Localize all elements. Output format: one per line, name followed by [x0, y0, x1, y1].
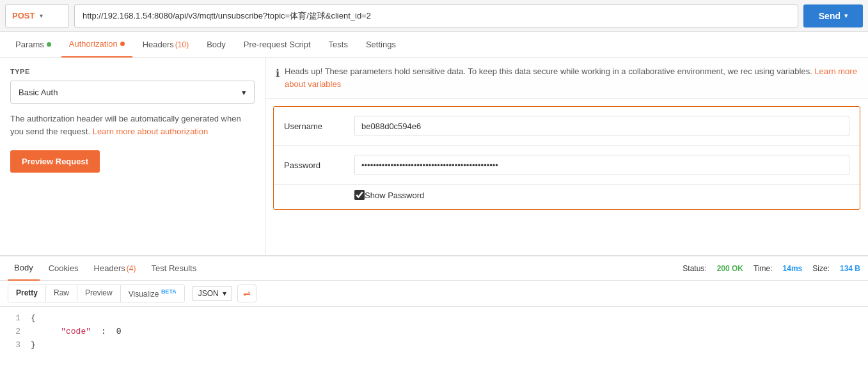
line-2-key: "code" — [61, 325, 91, 339]
auth-type-value: Basic Auth — [19, 88, 58, 97]
username-input[interactable] — [354, 116, 849, 136]
format-tabs: Pretty Raw Preview Visualize BETA — [8, 285, 185, 302]
line-num-3: 3 — [8, 339, 20, 352]
response-tab-test-results[interactable]: Test Results — [145, 256, 203, 281]
username-row: Username — [274, 107, 860, 146]
format-tab-pretty[interactable]: Pretty — [8, 285, 46, 302]
response-headers-label: Headers — [94, 263, 125, 273]
tab-params[interactable]: Params — [8, 32, 59, 58]
response-tab-headers[interactable]: Headers (4) — [88, 256, 143, 281]
send-button[interactable]: Send ▾ — [803, 4, 863, 27]
tab-settings-label: Settings — [366, 40, 396, 49]
format-visualize-label: Visualize — [129, 290, 159, 299]
code-line-2: 2 "code": 0 — [8, 325, 860, 339]
time-value: 14ms — [783, 264, 803, 273]
send-label: Send — [819, 11, 840, 21]
format-preview-label: Preview — [85, 288, 113, 297]
right-panel: ℹ Heads up! These parameters hold sensit… — [265, 58, 868, 255]
tab-authorization[interactable]: Authorization — [61, 32, 132, 58]
tab-headers[interactable]: Headers (10) — [135, 32, 196, 58]
response-headers-badge: (4) — [127, 264, 136, 273]
wrap-icon-button[interactable]: ⇌ — [237, 285, 256, 302]
password-label: Password — [284, 160, 354, 170]
show-password-row: Show Password — [274, 185, 860, 209]
line-1-content: { — [31, 312, 36, 325]
format-raw-label: Raw — [54, 288, 69, 297]
type-label: TYPE — [10, 68, 255, 75]
size-label: Size: — [812, 264, 830, 273]
username-label: Username — [284, 121, 354, 131]
method-chevron-icon: ▾ — [40, 12, 43, 19]
tab-tests[interactable]: Tests — [321, 32, 356, 58]
auth-type-chevron-icon: ▾ — [242, 88, 246, 97]
learn-more-link[interactable]: Learn more about authorization — [93, 127, 209, 136]
send-chevron-icon: ▾ — [844, 12, 848, 19]
format-tab-preview[interactable]: Preview — [77, 285, 121, 302]
response-format-selector[interactable]: JSON ▾ — [193, 286, 232, 301]
line-2-colon: : — [101, 325, 106, 339]
tab-tests-label: Tests — [329, 40, 348, 49]
status-label: Status: — [683, 264, 706, 273]
size-value: 134 B — [840, 264, 860, 273]
password-input[interactable] — [354, 155, 849, 175]
format-tab-raw[interactable]: Raw — [46, 285, 77, 302]
tab-authorization-label: Authorization — [69, 39, 118, 49]
tab-body[interactable]: Body — [199, 32, 233, 58]
top-bar: POST ▾ Send ▾ — [0, 0, 868, 32]
method-selector[interactable]: POST ▾ — [5, 4, 69, 27]
info-banner: ℹ Heads up! These parameters hold sensit… — [265, 58, 868, 98]
response-tab-cookies[interactable]: Cookies — [42, 256, 85, 281]
show-password-label[interactable]: Show Password — [365, 191, 424, 200]
left-panel: TYPE Basic Auth ▾ The authorization head… — [0, 58, 265, 255]
auth-form: Username Password Show Password — [273, 106, 860, 210]
tab-settings[interactable]: Settings — [358, 32, 404, 58]
line-num-1: 1 — [8, 312, 20, 325]
main-tabs: Params Authorization Headers (10) Body P… — [0, 32, 868, 58]
time-label: Time: — [754, 264, 773, 273]
authorization-dot — [120, 42, 125, 46]
code-line-1: 1 { — [8, 312, 860, 325]
banner-suffix: using variables. — [754, 66, 812, 76]
line-num-2: 2 — [8, 325, 20, 339]
wrap-icon: ⇌ — [243, 288, 251, 299]
status-info: Status: 200 OK Time: 14ms Size: 134 B — [683, 264, 860, 273]
tab-body-label: Body — [207, 40, 226, 49]
auth-description: The authorization header will be automat… — [10, 113, 255, 137]
tab-params-label: Params — [15, 40, 44, 49]
main-content: TYPE Basic Auth ▾ The authorization head… — [0, 58, 868, 255]
status-value: 200 OK — [717, 264, 743, 273]
tab-prerequest[interactable]: Pre-request Script — [236, 32, 319, 58]
format-pretty-label: Pretty — [16, 288, 38, 297]
auth-type-selector[interactable]: Basic Auth ▾ — [10, 81, 255, 104]
response-tabs: Body Cookies Headers (4) Test Results St… — [0, 256, 868, 281]
line-2-indent — [31, 325, 51, 339]
banner-main-text: Heads up! These parameters hold sensitiv… — [285, 66, 752, 76]
info-banner-text: Heads up! These parameters hold sensitiv… — [285, 65, 858, 90]
json-format-chevron-icon: ▾ — [223, 289, 226, 298]
password-row: Password — [274, 146, 860, 185]
line-2-value: 0 — [116, 325, 122, 339]
response-cookies-label: Cookies — [49, 263, 79, 273]
tab-prerequest-label: Pre-request Script — [244, 40, 311, 49]
preview-request-button[interactable]: Preview Request — [10, 150, 100, 173]
params-dot — [47, 42, 51, 47]
json-format-label: JSON — [198, 289, 219, 298]
response-area: Body Cookies Headers (4) Test Results St… — [0, 255, 868, 383]
line-3-content: } — [31, 339, 36, 352]
beta-badge: BETA — [161, 288, 177, 295]
response-test-results-label: Test Results — [151, 263, 196, 273]
code-line-3: 3 } — [8, 339, 860, 352]
show-password-checkbox[interactable] — [354, 190, 365, 200]
headers-badge: (10) — [175, 40, 189, 49]
tab-headers-label: Headers — [143, 40, 174, 49]
format-tab-visualize[interactable]: Visualize BETA — [121, 285, 184, 302]
method-label: POST — [12, 11, 35, 20]
response-tab-body[interactable]: Body — [8, 256, 40, 281]
info-icon: ℹ — [276, 66, 280, 81]
response-body-label: Body — [14, 263, 33, 272]
code-area: 1 { 2 "code": 0 3 } — [0, 307, 868, 383]
url-input[interactable] — [74, 4, 798, 27]
response-toolbar: Pretty Raw Preview Visualize BETA JSON ▾… — [0, 281, 868, 307]
